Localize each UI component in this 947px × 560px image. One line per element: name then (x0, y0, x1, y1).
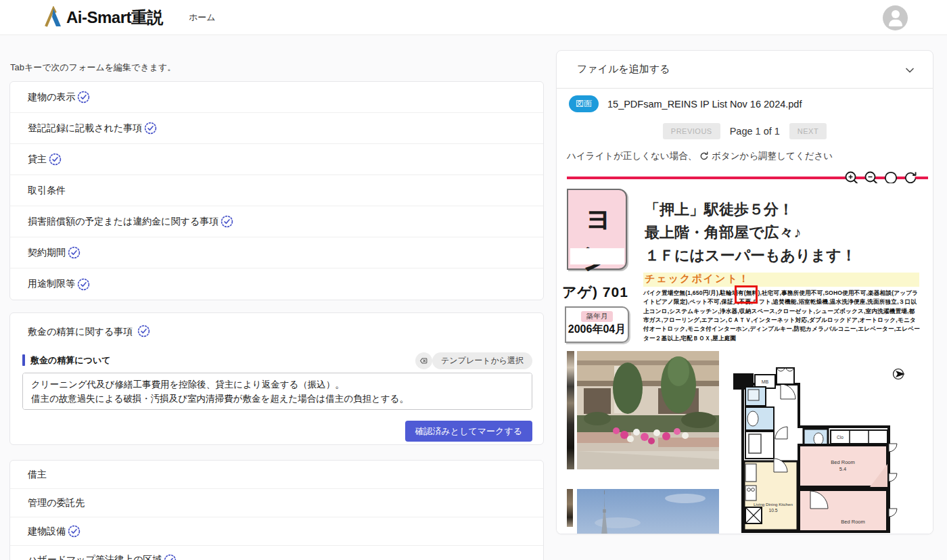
checked-badge-icon (164, 554, 177, 560)
section-row-registry-items[interactable]: 登記記録に記載された事項 (10, 113, 543, 144)
app-root: Ai-Smart重説 ホーム Tabキーで次のフォームを編集できます。 建物の表… (0, 0, 947, 560)
avatar-person-icon (892, 10, 900, 18)
next-page-button[interactable]: NEXT (789, 123, 827, 139)
brand-logo-icon (43, 6, 64, 29)
backspace-icon (419, 356, 429, 366)
form-sections-card-top: 建物の表示 登記記録に記載された事項 貸主 取引条件 損害賠償額の予定または違約… (9, 81, 544, 300)
select-template-button[interactable]: テンプレートから選択 (432, 352, 532, 369)
section-row-lessee[interactable]: 借主 (10, 461, 543, 489)
svg-text:MB: MB (762, 379, 769, 384)
checked-badge-icon (137, 325, 150, 337)
deposit-settlement-textarea[interactable]: クリーニング代及び修繕工事費用を控除後、貸主により返金する（振込）。 借主の故意… (22, 373, 532, 410)
pdf-built-date-box: 築年月 2006年04月 (565, 306, 629, 343)
property-photo-skytree (577, 489, 719, 534)
clear-field-button[interactable] (415, 352, 432, 369)
pdf-viewer-panel: ファイルを追加する 図面 15_PDFsam_REINS IP List Nov… (556, 50, 933, 534)
section-row-management-contractor[interactable]: 管理の委託先 (10, 489, 543, 517)
pdf-property-name-box: ョン (567, 189, 627, 270)
svg-text:Living Dining Kitchen: Living Dining Kitchen (754, 502, 793, 507)
svg-text:Bed Room: Bed Room (831, 459, 854, 465)
section-row-lessor[interactable]: 貸主 (10, 144, 543, 175)
floor-plan: MB Clo (728, 363, 921, 534)
mark-confirmed-button[interactable]: 確認済みとしてマークする (405, 421, 532, 442)
current-file-row[interactable]: 図面 15_PDFsam_REINS IP List Nov 16 2024.p… (569, 95, 802, 112)
form-hint-text: Tabキーで次のフォームを編集できます。 (10, 62, 176, 74)
rotate-icon (699, 151, 710, 162)
section-row-transaction-terms[interactable]: 取引条件 (10, 175, 543, 206)
nav-home-link[interactable]: ホーム (189, 11, 216, 24)
pagination: PREVIOUS Page 1 of 1 NEXT (557, 123, 933, 139)
section-row-use-restrictions[interactable]: 用途制限等 (10, 269, 543, 300)
property-photo-courtyard (577, 351, 719, 469)
built-date-label: 築年月 (581, 311, 614, 322)
deposit-field-label: 敷金の精算について (30, 354, 111, 367)
add-file-accordion[interactable]: ファイルを追加する (557, 51, 933, 89)
built-date-value: 2006年04月 (566, 323, 628, 337)
svg-text:Clo: Clo (837, 435, 844, 440)
checked-badge-icon (68, 525, 80, 538)
checked-badge-icon (77, 91, 90, 103)
checked-badge-icon (144, 122, 157, 135)
add-file-label: ファイルを追加する (577, 63, 670, 76)
section-row-contract-period[interactable]: 契約期間 (10, 237, 543, 269)
red-highlight-marker (735, 285, 758, 304)
checked-badge-icon (49, 153, 62, 166)
checked-badge-icon (221, 215, 233, 228)
checked-badge-icon (77, 278, 90, 291)
highlight-adjust-notice: ハイライトが正しくない場合、 ボタンから調整してください (567, 150, 833, 162)
svg-text:Bed Room: Bed Room (841, 519, 864, 525)
deposit-section-title[interactable]: 敷金の精算に関する事項 (28, 325, 150, 338)
page-indicator: Page 1 of 1 (730, 126, 780, 137)
checked-badge-icon (68, 246, 80, 259)
photo-strip (567, 351, 574, 469)
pdf-checkpoint-bar: チェックポイント！ (643, 273, 919, 287)
section-row-hazard-map[interactable]: ハザードマップ等法律上の区域 (10, 546, 543, 560)
form-sections-card-bottom: 借主 管理の委託先 建物設備 ハザードマップ等法律上の区域 (9, 460, 544, 560)
deposit-settlement-card: 敷金の精算に関する事項 敷金の精算について テンプレートから選択 クリーニング代… (9, 312, 544, 445)
chevron-down-icon[interactable] (904, 65, 915, 76)
brand-title: Ai-Smart重説 (66, 7, 163, 28)
pdf-headline: 「押上」駅徒歩５分！ 最上階・角部屋で広々♪ １Ｆにはスーパーもあります！ (645, 198, 929, 267)
deposit-field-header: 敷金の精算について テンプレートから選択 (22, 352, 532, 369)
section-row-building-equipment[interactable]: 建物設備 (10, 517, 543, 546)
pdf-features-text: バイク置場空無(1,650円/月),駐輪場有(無料),社宅可,事務所使用不可,S… (643, 289, 921, 343)
top-navbar: Ai-Smart重説 ホーム (0, 0, 947, 35)
pdf-page: ョン アゲ) 701 築年月 2006年04月 「押上」駅徒歩５分！ 最上階・角… (557, 183, 933, 534)
photo-strip (567, 489, 573, 527)
user-avatar[interactable] (883, 5, 908, 30)
svg-text:10.5: 10.5 (768, 508, 777, 513)
file-name: 15_PDFsam_REINS IP List Nov 16 2024.pdf (607, 99, 802, 110)
section-row-building-display[interactable]: 建物の表示 (10, 82, 543, 113)
previous-page-button[interactable]: PREVIOUS (663, 123, 720, 139)
svg-text:5.4: 5.4 (839, 466, 846, 472)
section-row-damages[interactable]: 損害賠償額の予定または違約金に関する事項 (10, 206, 543, 237)
pdf-unit-number: アゲ) 701 (562, 283, 632, 302)
field-accent-bar (22, 354, 25, 366)
file-type-badge: 図面 (569, 95, 599, 112)
brand-logo[interactable]: Ai-Smart重説 (43, 6, 163, 29)
